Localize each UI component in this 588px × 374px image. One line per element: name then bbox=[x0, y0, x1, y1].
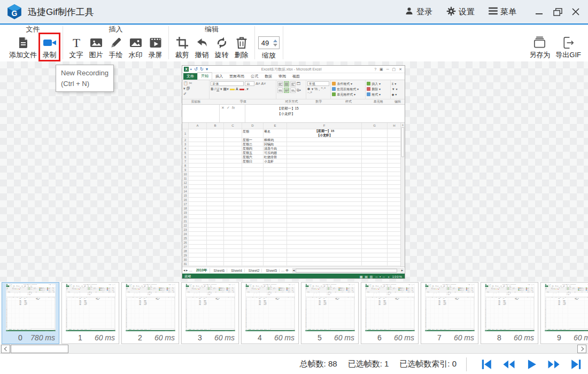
excel-ribbon: 📋✂ ▾🗐 ✐ 宋体11A˄ A˅ B I U ▾▦▾A˔▾ 🗔 ⧉▾ 常规 ✱… bbox=[182, 80, 405, 99]
excel-cells-group: 插入 ▾删除 ▾格式 ▾ bbox=[47, 287, 52, 291]
excel-sheet-tab-3: Sheet2 bbox=[80, 329, 83, 330]
excel-alignment-group: 🗔 ⧉▾ bbox=[446, 287, 452, 291]
excel-sheet-tab-1: Sheet6 bbox=[312, 329, 315, 330]
text-icon: T bbox=[69, 35, 83, 50]
frame-thumbnail-8[interactable]: X ▪ ↺ ↻ ▾ Excel练习数据.xlsx - Microsoft Exc… bbox=[481, 282, 538, 344]
image-button[interactable]: 图片 bbox=[86, 34, 106, 61]
settings-button[interactable]: 设置 bbox=[446, 6, 475, 18]
scrollbar-thumb[interactable] bbox=[11, 345, 68, 353]
trash-icon bbox=[234, 35, 249, 50]
first-frame-button[interactable] bbox=[480, 358, 493, 371]
record-button[interactable]: 录制 bbox=[40, 34, 59, 61]
maximize-button[interactable] bbox=[548, 4, 567, 20]
rewind-button[interactable] bbox=[502, 358, 515, 371]
frame-thumbnail-0[interactable]: X ▪ ↺ ↻ ▾ Excel练习数据.xlsx - Microsoft Exc… bbox=[2, 282, 59, 344]
login-button[interactable]: 登录 bbox=[405, 6, 432, 17]
excel-sheet-tab-0: 2010年 bbox=[188, 329, 192, 330]
watermark-button[interactable]: 水印 bbox=[126, 34, 145, 61]
excel-doc-title: Excel练习数据.xlsx - Microsoft Excel bbox=[210, 67, 373, 72]
excel-status-bar: 就绪 ▦ ▤ ▥─ ▪ ─+100% bbox=[305, 330, 355, 331]
excel-grid: ABCDEFGH1星期菜名【星期一】15【小龙虾】2星期一棒棒鸡3星期二回锅肉4… bbox=[365, 297, 415, 329]
excel-cells-group: 插入 ▾删除 ▾格式 ▾ bbox=[366, 80, 391, 99]
excel-clipboard-group: 📋✂ ▾🗐 ✐ bbox=[425, 287, 431, 291]
save-as-button[interactable]: 另存为 bbox=[527, 34, 553, 61]
excel-grid: ABCDEFGH1星期菜名【星期一】15【小龙虾】2星期一棒棒鸡3星期二回锅肉4… bbox=[126, 297, 175, 329]
frame-thumbnail-3[interactable]: X ▪ ↺ ↻ ▾ Excel练习数据.xlsx - Microsoft Exc… bbox=[181, 282, 239, 344]
frame-thumbnail-4[interactable]: X ▪ ↺ ↻ ▾ Excel练习数据.xlsx - Microsoft Exc… bbox=[241, 282, 299, 344]
excel-cells-group: 插入 ▾删除 ▾格式 ▾ bbox=[106, 287, 112, 291]
excel-window-controls: ? ▣ ─ ▢ ✕ bbox=[109, 284, 115, 285]
excel-cells-group: 插入 ▾删除 ▾格式 ▾ bbox=[226, 287, 231, 291]
excel-cells-group: 插入 ▾删除 ▾格式 ▾ bbox=[525, 287, 531, 291]
excel-styles-group: 条件格式 ▾套用表格格式 ▾单元格样式 ▾ bbox=[578, 287, 585, 291]
frame-thumbnail-9[interactable]: X ▪ ↺ ↻ ▾ Excel练习数据.xlsx - Microsoft Exc… bbox=[540, 282, 588, 344]
frame-duration-label: 60 ms bbox=[454, 333, 474, 342]
frame-thumbnail-7[interactable]: X ▪ ↺ ↻ ▾ Excel练习数据.xlsx - Microsoft Exc… bbox=[421, 282, 478, 344]
close-button[interactable] bbox=[567, 4, 585, 20]
screen-record-button[interactable]: 录屏 bbox=[145, 34, 165, 61]
excel-grid: ABCDEFGH1星期菜名【星期一】15【小龙虾】2星期一棒棒鸡3星期二回锅肉4… bbox=[6, 297, 56, 329]
total-frames-text: 总帧数: 88 bbox=[300, 359, 337, 369]
add-file-button[interactable]: 添加文件 bbox=[6, 34, 40, 61]
excel-name-box bbox=[245, 292, 254, 296]
excel-status-bar: 就绪 ▦ ▤ ▥─ ▪ ─+100% bbox=[182, 274, 405, 279]
excel-tab-6: 审阅 bbox=[275, 73, 289, 80]
excel-sheet-tab-1: Sheet6 bbox=[252, 329, 256, 330]
crop-button[interactable]: 裁剪 bbox=[172, 34, 192, 61]
excel-quick-access-icons: ▪ ↺ ↻ ▾ bbox=[190, 67, 208, 72]
excel-styles-group: 条件格式 ▾套用表格格式 ▾单元格样式 ▾ bbox=[219, 287, 226, 291]
excel-clipboard-group: 📋✂ ▾🗐 ✐ bbox=[545, 287, 551, 291]
export-gif-button[interactable]: 导出GIF bbox=[553, 34, 584, 61]
undo-button[interactable]: 撤销 bbox=[192, 34, 212, 61]
excel-formula-content: 【星期一】15 【小龙虾】 bbox=[140, 292, 175, 296]
export-gif-icon bbox=[561, 35, 576, 50]
excel-number-group: 常规 ✱ ▾ % , ⁺·⁰ ⁻·⁰ bbox=[572, 287, 577, 291]
excel-number-group: 常规 ✱ ▾ % , ⁺·⁰ ⁻·⁰ bbox=[33, 287, 38, 291]
excel-tab-1: 开始 bbox=[197, 72, 212, 80]
svg-text:T: T bbox=[72, 36, 80, 49]
frame-thumbnail-1[interactable]: X ▪ ↺ ↻ ▾ Excel练习数据.xlsx - Microsoft Exc… bbox=[61, 282, 119, 344]
scroll-left-button[interactable] bbox=[1, 345, 10, 353]
menu-button[interactable]: 菜单 bbox=[489, 7, 516, 17]
rotate-button[interactable]: 旋转 bbox=[212, 34, 231, 61]
frame-thumbnail-2[interactable]: X ▪ ↺ ↻ ▾ Excel练习数据.xlsx - Microsoft Exc… bbox=[121, 282, 179, 344]
zoom-value-input[interactable] bbox=[259, 39, 272, 47]
excel-sheet-tab-2: Sheet4 bbox=[375, 329, 379, 330]
preview-canvas[interactable]: X ▪ ↺ ↻ ▾ Excel练习数据.xlsx - Microsoft Exc… bbox=[0, 61, 588, 282]
filmstrip-scrollbar[interactable] bbox=[0, 345, 588, 354]
excel-sheet-tab-3: Sheet2 bbox=[140, 329, 143, 330]
minimize-button[interactable] bbox=[530, 4, 548, 20]
excel-sheet-tab-4: Sheet5 bbox=[264, 329, 267, 330]
draw-button[interactable]: 手绘 bbox=[106, 34, 126, 61]
play-button[interactable] bbox=[525, 358, 538, 371]
forward-button[interactable] bbox=[547, 358, 560, 371]
excel-sheet-tab-3: Sheet2 bbox=[259, 329, 263, 330]
scroll-right-button[interactable] bbox=[577, 345, 586, 353]
delete-button[interactable]: 删除 bbox=[231, 34, 251, 61]
excel-sheet-tab-1: Sheet6 bbox=[491, 329, 495, 330]
menu-label: 菜单 bbox=[500, 7, 516, 17]
excel-formula-bar: ✕✓fx 【星期一】15 【小龙虾】 bbox=[365, 292, 415, 297]
frame-thumbnail-5[interactable]: X ▪ ↺ ↻ ▾ Excel练习数据.xlsx - Microsoft Exc… bbox=[301, 282, 359, 344]
excel-editing-group: Σ ▾▼ ▾◆ ▾ bbox=[172, 287, 175, 291]
excel-font-group: 宋体11A˄ A˅ B I U ▾▦▾A˔▾ bbox=[491, 287, 506, 291]
excel-formula-content: 【星期一】15 【小龙虾】 bbox=[559, 292, 588, 296]
excel-grid: ABCDEFGH1星期菜名【星期一】15【小龙虾】2星期一棒棒鸡3星期二回锅肉4… bbox=[66, 297, 115, 329]
frame-index-label: 0 bbox=[18, 333, 22, 342]
excel-clipboard-group: 📋✂ ▾🗐 ✐ bbox=[245, 287, 251, 291]
excel-tab-4: 公式 bbox=[247, 73, 261, 80]
text-button[interactable]: T 文字 bbox=[66, 34, 86, 61]
spin-down-icon[interactable] bbox=[273, 44, 277, 46]
zoom-stepper-arrows[interactable] bbox=[272, 40, 279, 46]
excel-cells-group: 插入 ▾删除 ▾格式 ▾ bbox=[286, 287, 291, 291]
last-frame-button[interactable] bbox=[570, 358, 583, 371]
frame-thumbnail-6[interactable]: X ▪ ↺ ↻ ▾ Excel练习数据.xlsx - Microsoft Exc… bbox=[361, 282, 419, 344]
excel-sheet-tab-2: Sheet4 bbox=[435, 329, 439, 330]
spin-up-icon[interactable] bbox=[273, 40, 277, 42]
bottom-status-bar: 总帧数: 88 已选帧数: 1 已选帧数索引: 0 bbox=[0, 354, 588, 374]
excel-font-group: 宋体11A˄ A˅ B I U ▾▦▾A˔▾ bbox=[431, 287, 446, 291]
excel-name-box bbox=[365, 292, 374, 296]
excel-name-box bbox=[6, 292, 14, 296]
excel-alignment-group: 🗔 ⧉▾ bbox=[386, 287, 392, 291]
excel-status-bar: 就绪 ▦ ▤ ▥─ ▪ ─+100% bbox=[245, 330, 295, 331]
